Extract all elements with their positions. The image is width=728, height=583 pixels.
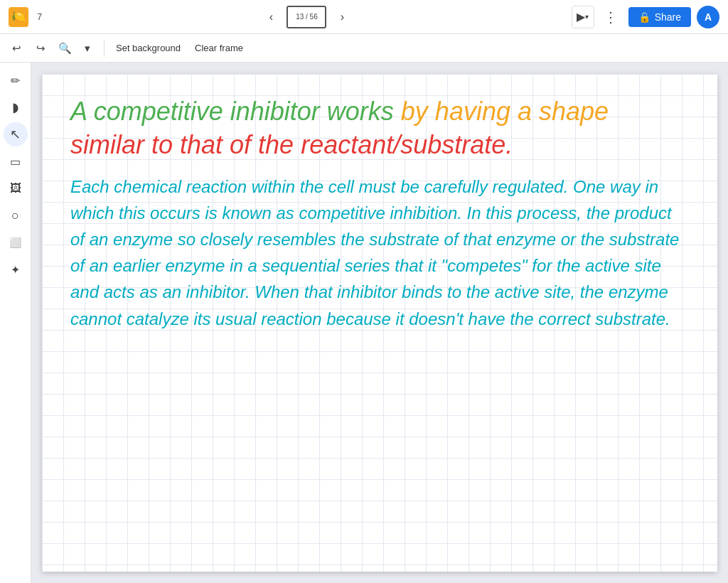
- title-text: A competitive inhibitor works by having …: [70, 95, 689, 162]
- toolbar-bar: ↩ ↪ 🔍 ▾ Set background Clear frame: [0, 34, 728, 63]
- shape-tool-button[interactable]: ⬜: [4, 230, 28, 255]
- zoom-dropdown-button[interactable]: ▾: [77, 38, 98, 59]
- chevron-left-icon: ‹: [269, 11, 273, 23]
- undo-icon: ↩: [12, 42, 21, 55]
- slide-canvas[interactable]: A competitive inhibitor works by having …: [42, 74, 717, 572]
- image-tool-button[interactable]: 🖼: [4, 176, 28, 200]
- zoom-icon: 🔍: [58, 42, 72, 55]
- shape-icon: ⬜: [9, 237, 21, 248]
- redo-icon: ↪: [36, 42, 46, 55]
- pen-icon: ✏: [11, 74, 20, 87]
- app-logo-icon: 🍋: [11, 10, 26, 23]
- main-area: ✏ ◗ ↖ ▭ 🖼 ○ ⬜ ✦ A competitive i: [0, 63, 728, 583]
- laser-tool-button[interactable]: ✦: [4, 257, 28, 282]
- title-red-part: similar to that of the reactant/substrat…: [70, 130, 513, 159]
- present-icon: ▶: [577, 10, 585, 23]
- highlighter-tool-button[interactable]: ◗: [4, 95, 28, 119]
- share-button[interactable]: 🔒 Share: [628, 7, 691, 27]
- image-icon: 🖼: [10, 182, 21, 195]
- zoom-button[interactable]: 🔍: [54, 38, 75, 59]
- present-button[interactable]: ▶ ▾: [572, 6, 594, 28]
- select-tool-button[interactable]: ↖: [4, 122, 28, 146]
- toolbar-separator-1: [104, 40, 105, 57]
- dropdown-arrow-icon: ▾: [585, 13, 589, 21]
- nav-prev-button[interactable]: ‹: [261, 7, 281, 27]
- title-green-part: A competitive inhibitor works: [70, 97, 401, 126]
- title-orange-part: by having a shape: [401, 97, 609, 126]
- top-right-actions: ▶ ▾ ⋮ 🔒 Share A: [572, 6, 719, 28]
- note-tool-button[interactable]: ▭: [4, 149, 28, 173]
- share-label: Share: [655, 11, 681, 23]
- undo-button[interactable]: ↩: [6, 38, 27, 59]
- circle-tool-button[interactable]: ○: [4, 203, 28, 228]
- more-options-button[interactable]: ⋮: [600, 6, 623, 28]
- nav-center: ‹ 13 / 56 ›: [261, 6, 352, 28]
- app-logo: 🍋: [9, 7, 28, 27]
- pen-tool-button[interactable]: ✏: [4, 68, 28, 92]
- side-toolbar: ✏ ◗ ↖ ▭ 🖼 ○ ⬜ ✦: [0, 63, 31, 583]
- canvas-area: A competitive inhibitor works by having …: [31, 63, 728, 583]
- zoom-dropdown-icon: ▾: [85, 42, 90, 55]
- zoom-area: 🔍 ▾: [54, 38, 98, 59]
- chevron-right-icon: ›: [341, 11, 344, 23]
- circle-icon: ○: [11, 208, 19, 223]
- select-icon: ↖: [10, 127, 21, 142]
- clear-frame-button[interactable]: Clear frame: [189, 40, 249, 56]
- highlighter-icon: ◗: [12, 100, 18, 115]
- nav-next-button[interactable]: ›: [332, 7, 352, 27]
- redo-button[interactable]: ↪: [30, 38, 51, 59]
- top-bar: 🍋 7 ‹ 13 / 56 › ▶ ▾ ⋮ 🔒 Share A: [0, 0, 728, 34]
- user-avatar[interactable]: A: [697, 6, 719, 28]
- more-icon: ⋮: [604, 9, 619, 26]
- slide-thumbnail[interactable]: 13 / 56: [287, 6, 326, 28]
- note-icon: ▭: [10, 155, 21, 169]
- slide-number: 7: [37, 11, 42, 22]
- lock-icon: 🔒: [638, 11, 651, 23]
- laser-icon: ✦: [11, 263, 20, 277]
- slide-thumb-label: 13 / 56: [296, 13, 318, 21]
- set-background-button[interactable]: Set background: [110, 40, 186, 56]
- body-text: Each chemical reaction within the cell m…: [70, 173, 689, 332]
- slide-content: A competitive inhibitor works by having …: [42, 74, 717, 353]
